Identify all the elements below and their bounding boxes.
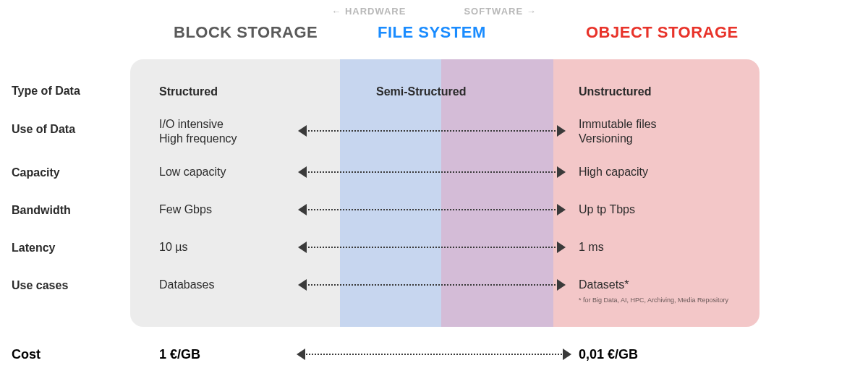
cost-right: 0,01 €/GB xyxy=(579,347,638,362)
arrow-bandwidth xyxy=(298,205,566,215)
use-right: Immutable files Versioning xyxy=(579,117,752,146)
header-object-storage: OBJECT STORAGE xyxy=(586,23,739,42)
column-headers: BLOCK STORAGE FILE SYSTEM OBJECT STORAGE xyxy=(0,23,868,52)
row-label-bandwidth: Bandwidth xyxy=(12,204,71,217)
arrow-cost xyxy=(297,349,571,359)
header-file-system: FILE SYSTEM xyxy=(378,23,486,42)
capacity-right: High capacity xyxy=(579,165,752,179)
arrow-cases xyxy=(298,280,566,290)
arrow-use xyxy=(298,126,566,136)
type-right: Unstructured xyxy=(579,85,752,99)
cases-right: Datasets* xyxy=(579,278,752,292)
header-block-storage: BLOCK STORAGE xyxy=(174,23,318,42)
type-mid: Semi-Structured xyxy=(376,85,521,99)
arrow-latency xyxy=(298,242,566,252)
row-label-cost: Cost xyxy=(12,347,41,362)
type-left: Structured xyxy=(159,85,326,99)
row-label-use: Use of Data xyxy=(12,123,75,136)
row-label-usecases: Use cases xyxy=(12,279,68,292)
hardware-label: HARDWARE xyxy=(331,6,406,17)
latency-right: 1 ms xyxy=(579,240,752,255)
row-label-latency: Latency xyxy=(12,242,55,255)
software-label: SOFTWARE xyxy=(464,6,536,17)
row-label-type: Type of Data xyxy=(12,85,80,98)
row-label-capacity: Capacity xyxy=(12,166,60,179)
arrow-capacity xyxy=(298,167,566,177)
cases-footnote: * for Big Data, AI, HPC, Archiving, Medi… xyxy=(579,296,728,304)
cost-left: 1 €/GB xyxy=(159,347,200,362)
comparison-panel: Structured Semi-Structured Unstructured … xyxy=(130,59,760,327)
bandwidth-right: Up tp Tbps xyxy=(579,202,752,217)
spectrum-labels: HARDWARE SOFTWARE xyxy=(0,6,868,17)
